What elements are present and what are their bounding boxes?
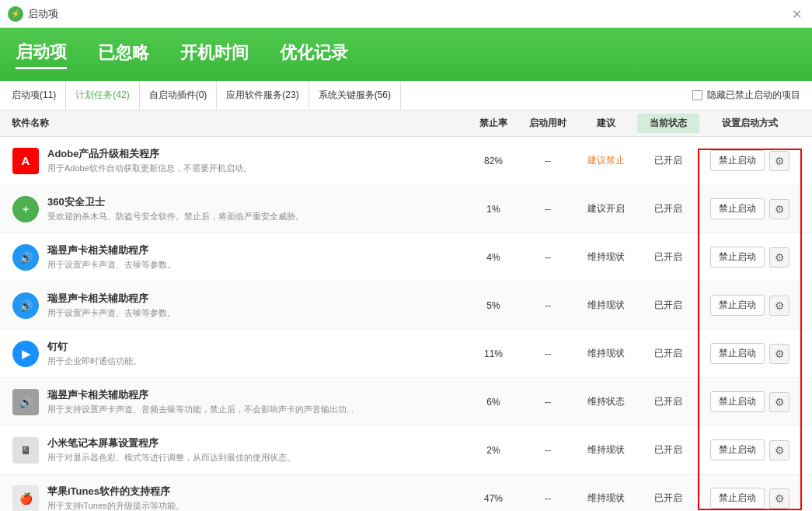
col-header-suggest: 建议 <box>575 117 637 130</box>
subnav-app-services[interactable]: 应用软件服务(23) <box>217 81 308 110</box>
row-boot-time-5: -- <box>521 397 575 408</box>
row-title-0: Adobe产品升级相关程序 <box>47 147 466 161</box>
table-header: 软件名称 禁止率 启动用时 建议 当前状态 设置启动方式 <box>0 110 812 137</box>
row-boot-time-3: -- <box>521 300 575 311</box>
row-status-1: 已开启 <box>637 202 699 215</box>
btn-gear-5[interactable]: ⚙ <box>769 392 789 412</box>
btn-disable-7[interactable]: 禁止启动 <box>710 488 765 509</box>
row-boot-time-1: -- <box>521 204 575 215</box>
row-status-3: 已开启 <box>637 299 699 312</box>
row-title-2: 瑞昱声卡相关辅助程序 <box>47 243 466 257</box>
table-row: 🍎 苹果iTunes软件的支持程序 用于支持iTunes的升级提示等功能。 47… <box>0 474 812 511</box>
subnav-startup[interactable]: 启动项(11) <box>12 81 66 110</box>
row-desc-1: 受欢迎的杀木马、防盗号安全软件。禁止后，将面临严重安全威胁。 <box>47 211 466 222</box>
tab-startup[interactable]: 启动项 <box>16 40 67 69</box>
tab-ignored[interactable]: 已忽略 <box>98 41 149 68</box>
btn-disable-0[interactable]: 禁止启动 <box>710 150 765 171</box>
title-text: 启动项 <box>28 7 58 21</box>
hide-label: 隐藏已禁止启动的项目 <box>707 89 800 102</box>
row-suggest-1: 建议开启 <box>575 202 637 215</box>
btn-gear-1[interactable]: ⚙ <box>769 199 789 219</box>
table-row: 🔊 瑞昱声卡相关辅助程序 用于支持设置声卡声道、音频去噪等功能，禁止后，不会影响… <box>0 378 812 426</box>
row-disable-rate-6: 2% <box>466 445 521 456</box>
row-status-7: 已开启 <box>637 492 699 505</box>
row-disable-rate-1: 1% <box>466 204 521 215</box>
btn-gear-4[interactable]: ⚙ <box>769 344 789 364</box>
btn-gear-3[interactable]: ⚙ <box>769 296 789 316</box>
table-row: 🔊 瑞昱声卡相关辅助程序 用于设置声卡声道、去噪等参数。 4% -- 维持现状 … <box>0 233 812 282</box>
hide-checkbox[interactable] <box>692 90 702 100</box>
row-disable-rate-5: 6% <box>466 397 521 408</box>
row-title-3: 瑞昱声卡相关辅助程序 <box>47 292 466 306</box>
row-action-7: 禁止启动 ⚙ <box>699 488 800 509</box>
sub-nav: 启动项(11) 计划任务(42) 自启动插件(0) 应用软件服务(23) 系统关… <box>0 81 812 110</box>
row-info-6: 小米笔记本屏幕设置程序 用于对显示器色彩、模式等进行调整，从而达到最佳的使用状态… <box>47 436 466 464</box>
row-title-1: 360安全卫士 <box>47 195 466 209</box>
table-row: 🖥 小米笔记本屏幕设置程序 用于对显示器色彩、模式等进行调整，从而达到最佳的使用… <box>0 426 812 474</box>
table-row: A Adobe产品升级相关程序 用于Adobe软件自动获取更新信息，不需要开机启… <box>0 137 812 185</box>
row-desc-6: 用于对显示器色彩、模式等进行调整，从而达到最佳的使用状态。 <box>47 452 466 464</box>
row-disable-rate-7: 47% <box>466 493 521 504</box>
row-boot-time-2: -- <box>521 252 575 263</box>
row-boot-time-4: -- <box>521 348 575 359</box>
tab-boot-time[interactable]: 开机时间 <box>180 41 249 68</box>
row-action-3: 禁止启动 ⚙ <box>699 295 800 316</box>
table-row: + 360安全卫士 受欢迎的杀木马、防盗号安全软件。禁止后，将面临严重安全威胁。… <box>0 185 812 233</box>
close-button[interactable]: ✕ <box>789 6 804 22</box>
row-disable-rate-4: 11% <box>466 348 521 359</box>
btn-disable-5[interactable]: 禁止启动 <box>710 391 765 412</box>
row-suggest-4: 维持现状 <box>575 347 637 360</box>
tab-optimize-log[interactable]: 优化记录 <box>280 41 348 68</box>
row-action-0: 禁止启动 ⚙ <box>699 150 800 171</box>
row-action-2: 禁止启动 ⚙ <box>699 247 800 268</box>
row-action-1: 禁止启动 ⚙ <box>699 198 800 219</box>
app-icon-3: 🔊 <box>12 292 40 320</box>
col-header-action: 设置启动方式 <box>699 117 800 130</box>
col-header-name: 软件名称 <box>12 117 466 130</box>
table-row: 🔊 瑞昱声卡相关辅助程序 用于设置声卡声道、去噪等参数。 5% -- 维持现状 … <box>0 282 812 330</box>
btn-disable-2[interactable]: 禁止启动 <box>710 247 765 268</box>
btn-disable-3[interactable]: 禁止启动 <box>710 295 765 316</box>
row-suggest-7: 维持现状 <box>575 492 637 505</box>
row-suggest-6: 维持现状 <box>575 443 637 457</box>
app-icon-1: + <box>12 195 40 223</box>
col-header-disable-rate: 禁止率 <box>466 117 521 130</box>
app-icon-4: ▶ <box>12 340 40 368</box>
row-info-4: 钉钉 用于企业即时通信功能。 <box>47 340 466 367</box>
btn-disable-1[interactable]: 禁止启动 <box>710 198 765 219</box>
app-icon-0: A <box>12 147 40 175</box>
row-disable-rate-3: 5% <box>466 300 521 311</box>
row-info-3: 瑞昱声卡相关辅助程序 用于设置声卡声道、去噪等参数。 <box>47 292 466 319</box>
subnav-plugins[interactable]: 自启动插件(0) <box>140 81 218 110</box>
app-icon-symbol: ⚡ <box>11 9 20 18</box>
row-action-6: 禁止启动 ⚙ <box>699 439 800 460</box>
row-status-4: 已开启 <box>637 347 699 360</box>
hide-option: 隐藏已禁止启动的项目 <box>692 89 800 102</box>
app-icon-2: 🔊 <box>12 243 40 271</box>
row-suggest-2: 维持现状 <box>575 250 637 264</box>
table-row: ▶ 钉钉 用于企业即时通信功能。 11% -- 维持现状 已开启 禁止启动 ⚙ <box>0 330 812 378</box>
row-title-6: 小米笔记本屏幕设置程序 <box>47 436 466 450</box>
header: 启动项 已忽略 开机时间 优化记录 <box>0 28 812 81</box>
row-boot-time-6: -- <box>521 445 575 456</box>
row-title-4: 钉钉 <box>47 340 466 354</box>
app-icon-7: 🍎 <box>12 485 40 512</box>
row-desc-3: 用于设置声卡声道、去噪等参数。 <box>47 307 466 319</box>
col-header-status: 当前状态 <box>637 114 699 133</box>
row-desc-7: 用于支持iTunes的升级提示等功能。 <box>47 500 466 511</box>
btn-gear-7[interactable]: ⚙ <box>769 488 789 509</box>
btn-disable-4[interactable]: 禁止启动 <box>710 343 765 364</box>
row-title-7: 苹果iTunes软件的支持程序 <box>47 485 466 499</box>
row-info-5: 瑞昱声卡相关辅助程序 用于支持设置声卡声道、音频去噪等功能，禁止后，不会影响声卡… <box>47 388 466 415</box>
btn-gear-6[interactable]: ⚙ <box>769 440 789 460</box>
subnav-scheduled[interactable]: 计划任务(42) <box>66 81 139 110</box>
table-body: A Adobe产品升级相关程序 用于Adobe软件自动获取更新信息，不需要开机启… <box>0 137 812 511</box>
btn-gear-2[interactable]: ⚙ <box>769 247 789 268</box>
row-desc-5: 用于支持设置声卡声道、音频去噪等功能，禁止后，不会影响声卡的声音输出功... <box>47 404 466 415</box>
btn-disable-6[interactable]: 禁止启动 <box>710 439 765 460</box>
subnav-system-services[interactable]: 系统关键服务(56) <box>309 81 401 110</box>
row-status-2: 已开启 <box>637 250 699 264</box>
row-info-0: Adobe产品升级相关程序 用于Adobe软件自动获取更新信息，不需要开机启动。 <box>47 147 466 174</box>
row-status-6: 已开启 <box>637 443 699 457</box>
btn-gear-0[interactable]: ⚙ <box>769 151 789 171</box>
